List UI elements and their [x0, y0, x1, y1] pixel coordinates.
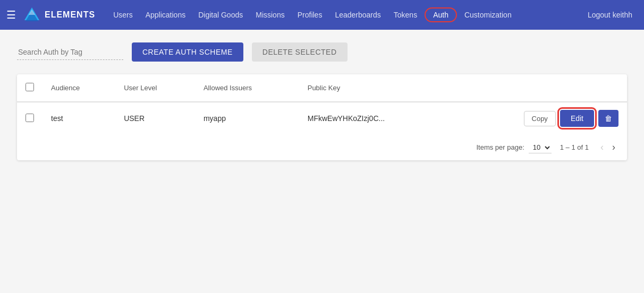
brand-name: ELEMENTS — [45, 10, 95, 20]
nav-customization[interactable]: Customization — [459, 7, 517, 22]
row-actions: Copy Edit 🗑 — [457, 110, 618, 127]
table-row: test USER myapp MFkwEwYHKoZIzj0C... Copy… — [17, 102, 627, 134]
nav-users[interactable]: Users — [108, 7, 138, 22]
main-content: Create Auth Scheme Delete Selected Audie… — [0, 30, 644, 173]
cell-audience: test — [43, 102, 115, 134]
per-page-select[interactable]: 10 25 50 — [529, 142, 552, 153]
copy-button[interactable]: Copy — [524, 111, 556, 126]
col-audience: Audience — [43, 74, 115, 102]
nav-leaderboards[interactable]: Leaderboards — [329, 7, 386, 22]
nav-tokens[interactable]: Tokens — [388, 7, 422, 22]
per-page-label: Items per page: — [476, 143, 524, 151]
col-user-level: User Level — [115, 74, 195, 102]
nav-auth[interactable]: Auth — [425, 7, 457, 22]
next-page-button[interactable]: › — [609, 141, 618, 154]
toolbar: Create Auth Scheme Delete Selected — [17, 42, 627, 62]
cell-allowed-issuers: myapp — [195, 102, 299, 134]
logo-icon — [22, 5, 41, 24]
nav-applications[interactable]: Applications — [140, 7, 191, 22]
pagination: Items per page: 10 25 50 1 – 1 of 1 ‹ › — [17, 134, 627, 160]
table-header: Audience User Level Allowed Issuers Publ… — [17, 74, 627, 102]
col-actions — [449, 74, 627, 102]
search-input[interactable] — [17, 45, 123, 60]
table-body: test USER myapp MFkwEwYHKoZIzj0C... Copy… — [17, 102, 627, 134]
prev-page-button[interactable]: ‹ — [597, 141, 607, 154]
cell-public-key: MFkwEwYHKoZIzj0C... — [299, 102, 449, 134]
delete-button[interactable]: 🗑 — [598, 110, 618, 127]
nav-logout[interactable]: Logout keithh — [582, 7, 638, 22]
delete-selected-button[interactable]: Delete Selected — [252, 42, 348, 62]
page-nav: ‹ › — [597, 141, 618, 154]
nav-missions[interactable]: Missions — [250, 7, 290, 22]
row-select-cell — [17, 102, 43, 134]
col-allowed-issuers: Allowed Issuers — [195, 74, 299, 102]
select-all-cell — [17, 74, 43, 102]
trash-icon: 🗑 — [605, 114, 612, 123]
nav-digital-goods[interactable]: Digital Goods — [193, 7, 248, 22]
hamburger-icon[interactable]: ☰ — [6, 8, 16, 21]
col-public-key: Public Key — [299, 74, 449, 102]
auth-table-container: Audience User Level Allowed Issuers Publ… — [17, 74, 627, 160]
create-auth-scheme-button[interactable]: Create Auth Scheme — [132, 42, 243, 62]
row-checkbox[interactable] — [26, 114, 34, 122]
navbar: ☰ ELEMENTS Users Applications Digital Go… — [0, 0, 644, 30]
logo: ELEMENTS — [22, 5, 95, 24]
select-all-checkbox[interactable] — [26, 83, 34, 91]
cell-actions: Copy Edit 🗑 — [449, 102, 627, 134]
nav-profiles[interactable]: Profiles — [292, 7, 328, 22]
cell-user-level: USER — [115, 102, 195, 134]
edit-button[interactable]: Edit — [560, 110, 594, 127]
page-info: 1 – 1 of 1 — [560, 143, 589, 151]
nav-links: Users Applications Digital Goods Mission… — [108, 7, 638, 22]
per-page-control: Items per page: 10 25 50 — [476, 142, 551, 153]
auth-table: Audience User Level Allowed Issuers Publ… — [17, 74, 627, 134]
